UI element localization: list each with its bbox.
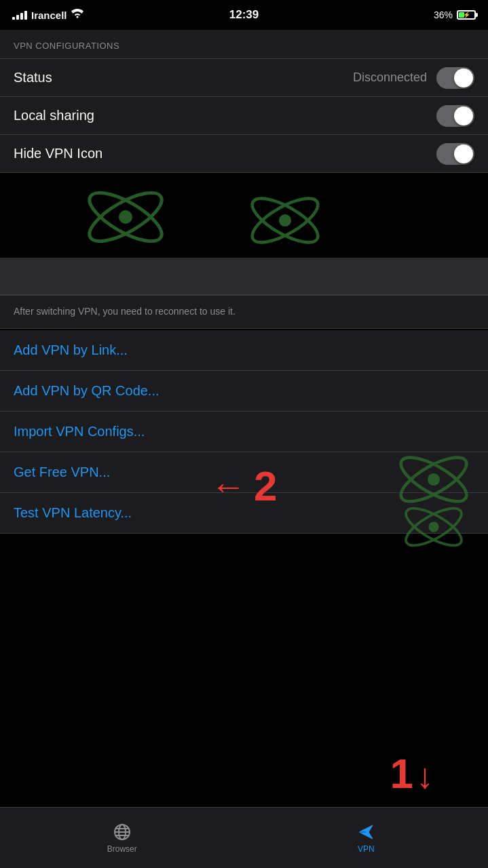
svg-point-10: [401, 501, 467, 552]
svg-point-11: [428, 521, 438, 532]
status-row-right: Disconnected: [353, 67, 474, 89]
annotation-num-1: 1: [390, 753, 413, 795]
hide-vpn-row-right: [436, 143, 474, 165]
atom-decoration-4: [400, 496, 468, 557]
status-row: Status Disconnected: [0, 59, 488, 97]
get-free-vpn-label: Get Free VPN...: [14, 465, 110, 479]
section-header: VPN CONFIGURATIONS: [0, 30, 488, 59]
browser-nav-label: Browser: [107, 844, 137, 854]
bar1: [12, 17, 15, 20]
bar2: [16, 15, 19, 20]
signal-bars: [12, 10, 27, 20]
add-vpn-link-label: Add VPN by Link...: [14, 342, 128, 357]
status-label: Status: [14, 70, 52, 85]
info-text: After switching VPN, you need to reconne…: [14, 306, 236, 317]
hide-vpn-row: Hide VPN Icon: [0, 135, 488, 173]
status-bar: Irancell 12:39 36% ⚡: [0, 0, 488, 30]
add-vpn-qr-row[interactable]: Add VPN by QR Code...: [0, 371, 488, 412]
nav-browser[interactable]: Browser: [0, 823, 244, 854]
globe-icon: [113, 823, 132, 842]
bar4: [24, 11, 27, 20]
atom-decoration-2: [244, 186, 326, 254]
get-free-vpn-row[interactable]: Get Free VPN...: [0, 452, 488, 493]
battery-icon: ⚡: [457, 10, 476, 20]
vpn-nav-label: VPN: [358, 844, 375, 854]
status-right: 36% ⚡: [434, 9, 476, 20]
local-sharing-toggle[interactable]: [436, 105, 474, 127]
status-toggle[interactable]: [436, 67, 474, 89]
status-left: Irancell: [12, 9, 83, 21]
toggle-thumb-local: [454, 106, 473, 125]
middle-area: [0, 173, 488, 295]
send-icon: [356, 823, 375, 842]
wifi-icon: [71, 9, 83, 21]
svg-point-5: [279, 214, 291, 226]
bar3: [20, 13, 23, 20]
svg-point-9: [401, 501, 467, 552]
vpn-list-hint: [0, 258, 488, 295]
test-vpn-label: Test VPN Latency...: [14, 505, 132, 520]
hide-vpn-label: Hide VPN Icon: [14, 146, 102, 161]
add-vpn-qr-label: Add VPN by QR Code...: [14, 383, 159, 398]
add-vpn-link-row[interactable]: Add VPN by Link...: [0, 330, 488, 371]
config-section: Status Disconnected Local sharing Hide V…: [0, 59, 488, 173]
local-sharing-row-right: [436, 105, 474, 127]
import-vpn-row[interactable]: Import VPN Configs...: [0, 412, 488, 452]
battery-percent: 36%: [434, 9, 453, 20]
arrow-down-icon: ↓: [416, 758, 434, 793]
bottom-nav: Browser VPN: [0, 807, 488, 868]
annotation-1: 1 ↓: [390, 753, 434, 795]
import-vpn-label: Import VPN Configs...: [14, 424, 145, 439]
atom-decoration-1: [81, 180, 170, 254]
test-vpn-row[interactable]: Test VPN Latency...: [0, 493, 488, 534]
svg-point-8: [428, 473, 440, 486]
toggle-thumb-hide: [454, 144, 473, 163]
hide-vpn-toggle[interactable]: [436, 143, 474, 165]
svg-point-2: [119, 210, 132, 224]
local-sharing-label: Local sharing: [14, 108, 94, 123]
disconnected-status: Disconnected: [353, 71, 427, 85]
nav-vpn[interactable]: VPN: [244, 823, 489, 854]
actions-section: Add VPN by Link... Add VPN by QR Code...…: [0, 330, 488, 534]
local-sharing-row: Local sharing: [0, 97, 488, 135]
toggle-thumb-status: [454, 68, 473, 87]
carrier-label: Irancell: [31, 9, 67, 21]
time-display: 12:39: [229, 8, 259, 22]
section-header-label: VPN CONFIGURATIONS: [14, 41, 119, 51]
info-bar: After switching VPN, you need to reconne…: [0, 295, 488, 329]
